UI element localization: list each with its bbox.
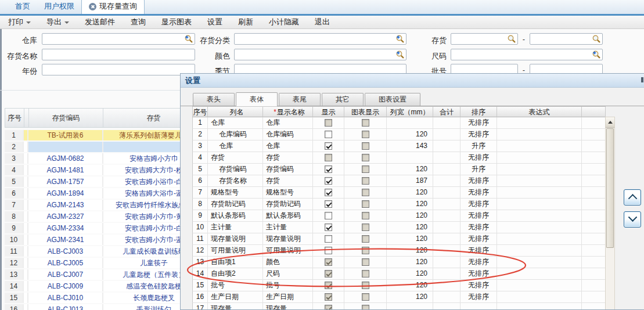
sort-cell[interactable]: 无排序 bbox=[460, 199, 497, 210]
expression-cell[interactable] bbox=[497, 199, 582, 210]
dialog-tab[interactable]: 表头 bbox=[193, 93, 235, 106]
show-checkbox[interactable] bbox=[325, 258, 332, 266]
col-header-num[interactable]: 序号 bbox=[5, 109, 24, 127]
sort-cell[interactable]: 无排序 bbox=[460, 222, 497, 233]
total-cell[interactable] bbox=[433, 291, 460, 303]
show-checkbox[interactable] bbox=[325, 305, 332, 310]
expression-cell[interactable] bbox=[497, 164, 582, 175]
dialog-tab[interactable]: 图表设置 bbox=[365, 93, 420, 106]
settings-table-row[interactable]: 4 存货 存货 无排序 bbox=[192, 152, 606, 164]
main-tab[interactable]: 现存量查询 bbox=[81, 0, 145, 14]
sort-cell[interactable]: 无排序 bbox=[460, 268, 497, 280]
total-cell[interactable] bbox=[433, 280, 460, 291]
size-input[interactable] bbox=[451, 49, 603, 60]
chart-show-checkbox[interactable] bbox=[362, 293, 369, 301]
show-checkbox[interactable] bbox=[325, 200, 332, 208]
close-tab-icon[interactable] bbox=[89, 3, 96, 10]
color-input[interactable] bbox=[234, 49, 406, 60]
table-row[interactable]: 11 ALB-CJ003 儿童成长吸盘训练碗 bbox=[5, 246, 204, 257]
chart-show-checkbox[interactable] bbox=[362, 270, 369, 277]
col-width-cell[interactable]: 120 bbox=[387, 210, 433, 222]
total-cell[interactable] bbox=[433, 152, 460, 164]
chart-show-checkbox[interactable] bbox=[362, 200, 369, 208]
settings-table-row[interactable]: 14 自由项2 尺码 120 无排序 bbox=[192, 268, 606, 280]
sort-cell[interactable]: 无排序 bbox=[460, 210, 497, 222]
show-checkbox[interactable] bbox=[325, 131, 332, 138]
expression-cell[interactable] bbox=[497, 140, 582, 152]
toolbar-button[interactable]: 退出 bbox=[315, 17, 330, 27]
table-row[interactable]: 16 ALB-CJ013 手形训练勺 bbox=[5, 304, 204, 310]
settings-table-row[interactable]: 11 现存量说明 现存量说明 120 无排序 bbox=[192, 233, 606, 245]
col-width-cell[interactable]: 120 bbox=[387, 199, 433, 210]
show-checkbox[interactable] bbox=[325, 142, 332, 150]
col-width-cell[interactable]: 120 bbox=[387, 257, 433, 268]
expression-cell[interactable] bbox=[497, 222, 582, 233]
show-checkbox[interactable] bbox=[325, 165, 332, 173]
settings-table-row[interactable]: 3 仓库 仓库 143 升序 bbox=[192, 140, 606, 152]
main-tab[interactable]: 首页 bbox=[8, 0, 37, 14]
inventory-name-input[interactable] bbox=[42, 49, 195, 60]
total-cell[interactable] bbox=[433, 268, 460, 280]
settings-table-row[interactable]: 15 批号 批号 120 无排序 bbox=[192, 280, 606, 291]
show-checkbox[interactable] bbox=[325, 247, 332, 254]
chart-show-checkbox[interactable] bbox=[362, 189, 369, 196]
chart-show-checkbox[interactable] bbox=[362, 212, 369, 219]
total-cell[interactable] bbox=[433, 199, 460, 210]
col-width-cell[interactable]: 120 bbox=[387, 280, 433, 291]
settings-table-row[interactable]: 16 生产日期 生产日期 120 无排序 bbox=[192, 291, 606, 303]
toolbar-button[interactable]: 设置 bbox=[207, 17, 222, 27]
sort-cell[interactable]: 无排序 bbox=[460, 129, 497, 140]
col-width-cell[interactable]: 120 bbox=[387, 233, 433, 245]
expression-cell[interactable] bbox=[497, 210, 582, 222]
sort-cell[interactable]: 无排序 bbox=[460, 245, 497, 257]
toolbar-button[interactable]: 导出 bbox=[46, 17, 69, 27]
toolbar-button[interactable]: 查询 bbox=[131, 17, 146, 27]
expression-cell[interactable] bbox=[497, 187, 582, 199]
total-cell[interactable] bbox=[433, 140, 460, 152]
table-row[interactable]: 9 AGJM-2334 安歌吉姆小方巾-白 bbox=[5, 223, 204, 233]
settings-table-row[interactable]: 13 自由项1 颜色 120 无排序 bbox=[192, 257, 606, 268]
show-checkbox[interactable] bbox=[325, 119, 332, 127]
settings-table-row[interactable]: 10 主计量 主计量 120 无排序 bbox=[192, 222, 606, 233]
show-checkbox[interactable] bbox=[325, 270, 332, 277]
col-width-cell[interactable]: 120 bbox=[387, 129, 433, 140]
toolbar-button[interactable]: 小计隐藏 bbox=[269, 17, 299, 27]
expression-cell[interactable] bbox=[497, 303, 582, 310]
browse-magnifier-icon[interactable] bbox=[395, 34, 405, 44]
show-checkbox[interactable] bbox=[325, 235, 332, 243]
chart-show-checkbox[interactable] bbox=[362, 258, 369, 266]
sort-cell[interactable]: 无排序 bbox=[460, 257, 497, 268]
toolbar-button[interactable]: 显示图表 bbox=[161, 17, 192, 27]
chart-show-checkbox[interactable] bbox=[362, 165, 369, 173]
col-width-cell[interactable] bbox=[387, 152, 433, 164]
expression-cell[interactable] bbox=[497, 175, 582, 187]
col-width-cell[interactable]: 120 bbox=[387, 268, 433, 280]
expression-cell[interactable] bbox=[497, 280, 582, 291]
toolbar-button[interactable]: 发送邮件 bbox=[85, 17, 115, 27]
inventory-class-input[interactable] bbox=[234, 33, 406, 45]
expression-cell[interactable] bbox=[497, 129, 582, 140]
browse-magnifier-icon[interactable] bbox=[592, 50, 601, 59]
settings-table-row[interactable]: 12 可用量说明 可用量说明 120 无排序 bbox=[192, 245, 606, 257]
show-checkbox[interactable] bbox=[325, 177, 332, 185]
expression-cell[interactable] bbox=[497, 152, 582, 164]
settings-table-row[interactable]: 17 现存量 现存量 bbox=[192, 303, 606, 310]
settings-table-row[interactable]: 6 存货名称 存货 187 无排序 bbox=[192, 175, 606, 187]
move-down-button[interactable] bbox=[624, 211, 641, 228]
col-header-code[interactable]: 存货编码 bbox=[29, 109, 103, 127]
table-row[interactable]: 14 ALB-CJ009 感温变色硅胶匙梗 bbox=[5, 281, 204, 291]
total-cell[interactable] bbox=[433, 175, 460, 187]
show-checkbox[interactable] bbox=[325, 282, 332, 289]
table-row[interactable]: 6 AGJM-1894 安格吉姆大浴巾-蓝 bbox=[5, 188, 204, 199]
table-row[interactable]: 3 AGJM-0682 安格吉姆小方巾 bbox=[5, 153, 204, 164]
show-checkbox[interactable] bbox=[325, 224, 332, 231]
sort-cell[interactable]: 无排序 bbox=[460, 233, 497, 245]
total-cell[interactable] bbox=[433, 117, 460, 129]
col-width-cell[interactable] bbox=[387, 117, 433, 129]
sort-cell[interactable] bbox=[460, 303, 497, 310]
chart-show-checkbox[interactable] bbox=[362, 142, 369, 150]
dialog-tab[interactable]: 表尾 bbox=[279, 93, 321, 106]
dialog-tab[interactable]: 其它 bbox=[322, 93, 364, 106]
table-row[interactable]: 4 AGJM-1481 安歌吉姆大方巾-粉 bbox=[5, 165, 204, 175]
total-cell[interactable] bbox=[433, 245, 460, 257]
